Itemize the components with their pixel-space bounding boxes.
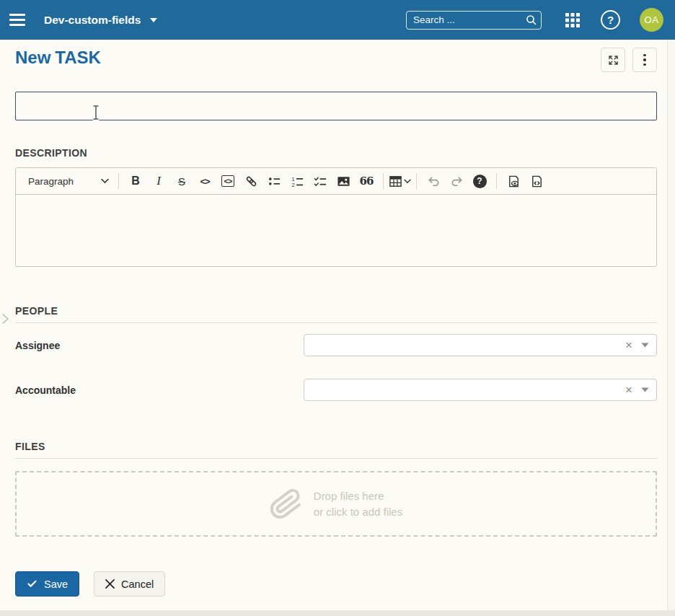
todo-list-button[interactable] — [309, 170, 332, 192]
page-title-prefix: New — [15, 48, 50, 67]
section-divider — [15, 322, 657, 323]
bulleted-list-icon — [268, 175, 281, 188]
paragraph-style-label: Paragraph — [28, 176, 74, 187]
collapse-panel-chevron-icon[interactable] — [1, 312, 10, 325]
link-icon — [244, 175, 258, 188]
top-bar: Dev-custom-fields ? OA — [0, 0, 675, 40]
assignee-label: Assignee — [15, 340, 304, 351]
section-divider — [15, 458, 657, 459]
toolbar-separator — [416, 173, 417, 189]
close-icon — [105, 579, 115, 589]
help-icon: ? — [473, 175, 487, 188]
image-icon — [337, 175, 350, 188]
undo-icon — [427, 175, 441, 188]
table-icon — [389, 175, 402, 188]
source-button[interactable] — [525, 170, 548, 192]
subject-input[interactable] — [15, 92, 657, 120]
paragraph-style-dropdown[interactable]: Paragraph — [22, 171, 113, 191]
redo-button[interactable] — [445, 170, 468, 192]
editor-toolbar: Paragraph B I S <> <> — [16, 168, 656, 195]
files-section-label: FILES — [15, 441, 657, 452]
code-block-icon: <> — [221, 175, 235, 187]
cancel-button[interactable]: Cancel — [94, 571, 165, 597]
toolbar-separator — [118, 173, 119, 189]
assignee-row: Assignee × — [15, 334, 657, 356]
strikethrough-button[interactable]: S — [170, 170, 193, 192]
insert-image-button[interactable] — [332, 170, 355, 192]
italic-icon: I — [156, 174, 161, 188]
clear-icon[interactable]: × — [625, 384, 632, 396]
people-section: PEOPLE Assignee × Accountable × — [15, 305, 657, 401]
bold-button[interactable]: B — [124, 170, 147, 192]
project-name: Dev-custom-fields — [44, 14, 141, 27]
description-section-label: DESCRIPTION — [15, 147, 87, 159]
vertical-scrollbar[interactable] — [667, 40, 675, 616]
hamburger-menu-icon[interactable] — [9, 14, 25, 26]
editor-help-button[interactable]: ? — [468, 170, 491, 192]
checkmark-icon — [27, 578, 38, 589]
form-actions: Save Cancel — [15, 571, 165, 597]
italic-button[interactable]: I — [147, 170, 170, 192]
global-search — [406, 11, 542, 30]
link-button[interactable] — [239, 170, 262, 192]
file-dropzone[interactable]: Drop files here or click to add files — [15, 471, 657, 537]
dropzone-line1: Drop files here — [314, 488, 402, 504]
save-button[interactable]: Save — [15, 571, 79, 597]
horizontal-scrollbar[interactable] — [0, 610, 675, 616]
chevron-down-icon — [404, 179, 411, 184]
assignee-select[interactable]: × — [304, 334, 657, 356]
chevron-down-icon — [101, 178, 109, 184]
expand-icon — [607, 54, 619, 66]
modules-grid-icon[interactable] — [565, 13, 580, 27]
inline-code-icon: <> — [200, 176, 209, 187]
inline-code-button[interactable]: <> — [193, 170, 216, 192]
description-textarea[interactable] — [16, 195, 656, 267]
preview-icon — [507, 175, 521, 188]
clear-icon[interactable]: × — [625, 339, 632, 351]
toolbar-separator — [496, 173, 497, 189]
bulleted-list-button[interactable] — [262, 170, 286, 192]
dropzone-text: Drop files here or click to add files — [314, 488, 402, 520]
insert-table-button[interactable] — [389, 175, 411, 188]
redo-icon — [450, 175, 464, 188]
page-title: NewTASK — [15, 48, 101, 68]
toolbar-separator — [383, 173, 384, 189]
avatar[interactable]: OA — [640, 8, 663, 32]
svg-text:2: 2 — [291, 182, 294, 188]
numbered-list-icon: 1 2 — [291, 175, 304, 188]
page-title-type: TASK — [55, 48, 101, 67]
work-package-form: NewTASK DESCRIPTION — [0, 40, 675, 616]
search-icon[interactable] — [526, 14, 537, 26]
chevron-down-icon — [150, 18, 157, 22]
bold-icon: B — [131, 175, 140, 188]
undo-button[interactable] — [422, 170, 445, 192]
accountable-label: Accountable — [15, 384, 304, 396]
select-caret-icon[interactable] — [641, 343, 649, 348]
kebab-menu-icon — [643, 54, 646, 66]
block-quote-button[interactable]: 66 — [355, 170, 378, 192]
files-section: FILES Drop files here or click to add fi… — [15, 441, 657, 537]
markdown-source-icon — [530, 175, 544, 188]
description-editor: Paragraph B I S <> <> — [15, 167, 657, 267]
cancel-label: Cancel — [121, 578, 154, 590]
select-caret-icon[interactable] — [641, 387, 649, 392]
numbered-list-button[interactable]: 1 2 — [286, 170, 309, 192]
accountable-row: Accountable × — [15, 379, 657, 401]
help-icon[interactable]: ? — [601, 10, 620, 30]
block-quote-icon: 66 — [360, 175, 374, 188]
search-input[interactable] — [406, 11, 542, 30]
more-actions-button[interactable] — [632, 48, 657, 72]
strikethrough-icon: S — [178, 175, 185, 188]
dropzone-line2: or click to add files — [314, 504, 402, 520]
fullscreen-button[interactable] — [601, 48, 625, 72]
save-label: Save — [44, 578, 68, 590]
code-block-button[interactable]: <> — [216, 170, 239, 192]
todo-list-icon — [314, 175, 327, 188]
paperclip-icon — [268, 485, 305, 523]
accountable-select[interactable]: × — [304, 379, 657, 401]
people-section-label: PEOPLE — [15, 305, 657, 317]
project-switcher[interactable]: Dev-custom-fields — [44, 14, 157, 27]
preview-button[interactable] — [502, 170, 525, 192]
